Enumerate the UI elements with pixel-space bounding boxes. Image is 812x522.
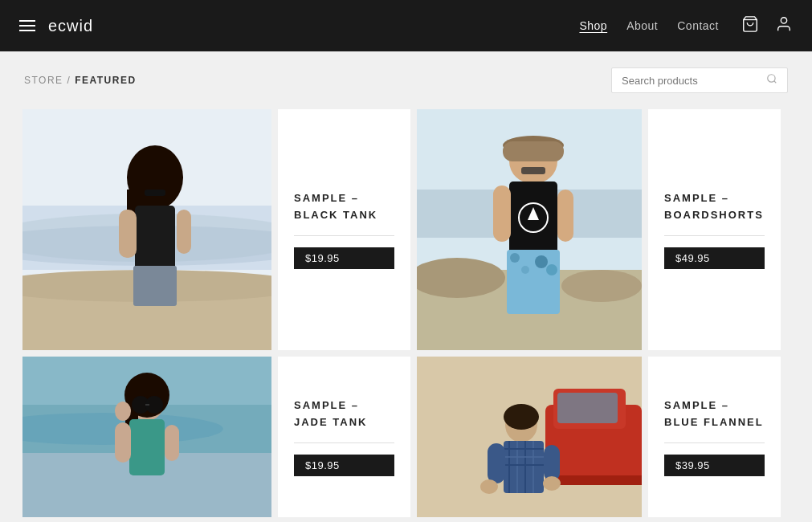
product-divider-4 [664, 442, 765, 443]
product-info-blue-flannel: SAMPLE – BLUE FLANNEL $39.95 [648, 357, 781, 517]
breadcrumb-separator: / [67, 75, 75, 86]
breadcrumb: STORE / FEATURED [24, 75, 137, 86]
breadcrumb-current: FEATURED [75, 75, 136, 86]
product-title-black-tank: SAMPLE – BLACK TANK [294, 190, 394, 224]
product-divider-3 [294, 442, 394, 443]
header-right: Shop About Contact [579, 15, 793, 37]
search-icon [766, 73, 777, 88]
svg-line-3 [774, 81, 777, 84]
price-badge-boardshorts[interactable]: $49.95 [664, 247, 765, 269]
nav-contact[interactable]: Contact [677, 19, 719, 32]
search-input[interactable] [622, 75, 760, 87]
product-info-boardshorts: SAMPLE – BOARDSHORTS $49.95 [648, 109, 781, 350]
hamburger-menu-button[interactable] [19, 20, 35, 31]
svg-rect-34 [493, 186, 511, 242]
svg-point-33 [546, 264, 557, 275]
account-icon[interactable] [775, 15, 793, 37]
product-divider [294, 235, 394, 236]
nav-shop[interactable]: Shop [579, 19, 607, 32]
svg-rect-14 [133, 266, 177, 306]
site-header: ecwid Shop About Contact [0, 0, 812, 51]
svg-point-30 [510, 253, 520, 263]
svg-rect-66 [488, 443, 505, 483]
price-badge-jade-tank[interactable]: $19.95 [294, 455, 394, 476]
svg-point-1 [781, 17, 786, 22]
nav-about[interactable]: About [626, 19, 658, 32]
header-icons [741, 15, 793, 37]
svg-rect-54 [557, 393, 618, 423]
product-grid: SAMPLE – BLACK TANK $19.95 [0, 109, 812, 522]
product-divider-2 [664, 235, 765, 236]
main-nav: Shop About Contact [579, 19, 719, 32]
site-logo: ecwid [48, 17, 93, 35]
product-title-boardshorts: SAMPLE – BOARDSHORTS [664, 190, 765, 224]
svg-point-2 [768, 75, 775, 82]
svg-rect-44 [129, 419, 165, 475]
svg-point-22 [561, 270, 642, 302]
svg-point-68 [480, 479, 498, 494]
svg-point-50 [115, 402, 131, 421]
price-badge-blue-flannel[interactable]: $39.95 [664, 455, 765, 476]
product-image-black-tank[interactable] [22, 109, 271, 350]
product-info-black-tank: SAMPLE – BLACK TANK $19.95 [278, 109, 410, 350]
price-badge-black-tank[interactable]: $19.95 [294, 247, 394, 269]
product-image-jade-tank[interactable] [22, 357, 271, 517]
svg-rect-67 [544, 445, 560, 481]
cart-icon[interactable] [741, 15, 759, 37]
svg-point-31 [535, 255, 548, 268]
svg-rect-17 [145, 190, 165, 196]
svg-rect-36 [521, 167, 545, 174]
product-info-jade-tank: SAMPLE – JADE TANK $19.95 [278, 357, 410, 517]
svg-rect-15 [119, 210, 137, 258]
product-title-blue-flannel: SAMPLE – BLUE FLANNEL [664, 398, 765, 431]
svg-point-69 [543, 476, 561, 491]
header-left: ecwid [19, 17, 93, 35]
svg-point-57 [504, 404, 539, 430]
product-title-jade-tank: SAMPLE – JADE TANK [294, 398, 394, 431]
toolbar: STORE / FEATURED [0, 51, 812, 109]
svg-rect-49 [165, 425, 179, 461]
breadcrumb-store: STORE [24, 75, 63, 86]
svg-rect-16 [177, 210, 191, 254]
svg-point-32 [521, 266, 529, 274]
product-image-blue-flannel[interactable] [417, 357, 642, 517]
product-image-boardshorts[interactable] [417, 109, 642, 350]
svg-rect-25 [503, 141, 564, 161]
search-bar [611, 67, 788, 93]
svg-rect-48 [115, 422, 131, 463]
svg-rect-35 [557, 190, 573, 242]
